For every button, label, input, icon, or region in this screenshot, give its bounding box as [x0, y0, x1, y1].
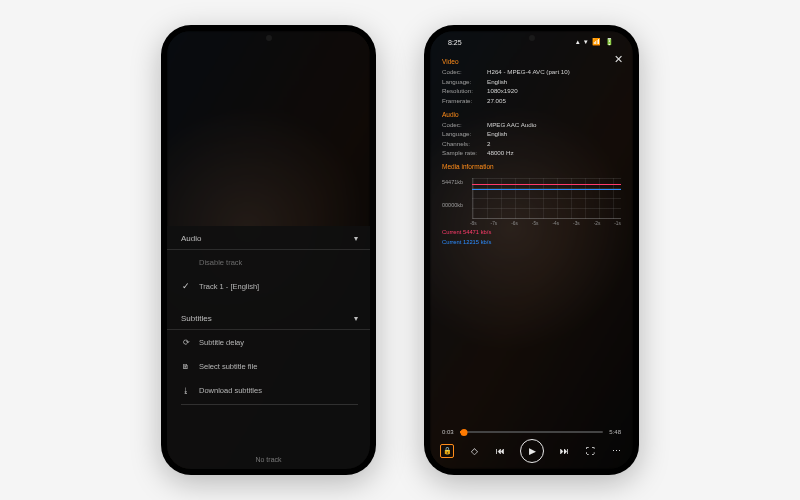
time-duration: 5:48 [609, 429, 621, 435]
lock-icon[interactable]: 🔒 [440, 444, 454, 458]
select-subtitle-file-row[interactable]: 🗎 Select subtitle file [167, 354, 370, 378]
audio-codec-row: Codec:MPEG AAC Audio [442, 120, 621, 130]
x-axis-ticks: -8s-7s-6s-5s-4s-3s-2s-1s [470, 220, 621, 227]
file-icon: 🗎 [181, 361, 191, 371]
video-resolution-row: Resolution:1080x1920 [442, 86, 621, 96]
y-axis-labels: 54471kb 00000kb [442, 178, 463, 223]
download-subtitles-row[interactable]: ⭳ Download subtitles [167, 378, 370, 402]
spacer-icon [181, 257, 191, 267]
chevron-down-icon [354, 314, 358, 323]
seek-bar-row: 0:03 5:48 [442, 429, 621, 435]
rotate-icon[interactable]: ◇ [468, 445, 480, 457]
download-subtitles-label: Download subtitles [199, 386, 262, 395]
subtitle-delay-row[interactable]: ⟳ Subtitle delay [167, 330, 370, 354]
subtitle-delay-label: Subtitle delay [199, 338, 244, 347]
tracks-panel: Audio Disable track Track 1 - [English] … [167, 226, 370, 469]
disable-track-label: Disable track [199, 258, 242, 267]
screen: Audio Disable track Track 1 - [English] … [167, 31, 370, 469]
video-codec-row: Codec:H264 - MPEG-4 AVC (part 10) [442, 67, 621, 77]
disable-track-row[interactable]: Disable track [167, 250, 370, 274]
time-current: 0:03 [442, 429, 454, 435]
download-icon: ⭳ [181, 385, 191, 395]
audio-section-header[interactable]: Audio [167, 226, 370, 250]
status-icons: ▴ ▾ 📶 🔋 [576, 38, 615, 46]
video-framerate-row: Framerate:27.005 [442, 96, 621, 106]
video-heading: Video [442, 57, 621, 67]
divider [181, 404, 358, 405]
check-icon [181, 281, 191, 291]
status-bar: 8:25 ▴ ▾ 📶 🔋 [430, 35, 633, 49]
no-track-label: No track [167, 456, 370, 463]
status-time: 8:25 [448, 39, 462, 46]
chart-heading: Media information [442, 162, 621, 172]
audio-track-1-row[interactable]: Track 1 - [English] [167, 274, 370, 298]
skip-next-icon[interactable]: ⏭ [559, 445, 571, 457]
current-video-bitrate: Current 54471 kb/s [442, 228, 491, 237]
seek-thumb[interactable] [460, 429, 467, 436]
current-bitrate-values: Current 54471 kb/s Current 12215 kb/s [442, 228, 491, 247]
audio-heading: Audio [442, 110, 621, 120]
y-max: 54471kb [442, 178, 463, 187]
video-language-row: Language:English [442, 77, 621, 87]
audio-channels-row: Channels:2 [442, 139, 621, 149]
chart-grid [472, 178, 621, 219]
audio-header-label: Audio [181, 234, 201, 243]
play-button[interactable]: ▶ [520, 439, 544, 463]
phone-right: 8:25 ▴ ▾ 📶 🔋 ✕ Video Codec:H264 - MPEG-4… [424, 25, 639, 475]
bitrate-chart: 54471kb 00000kb -8s-7s-6s-5s-4s-3s-2s-1s… [442, 178, 621, 234]
media-info-panel: ✕ Video Codec:H264 - MPEG-4 AVC (part 10… [442, 53, 621, 234]
subtitles-header-label: Subtitles [181, 314, 212, 323]
chevron-down-icon [354, 234, 358, 243]
select-subtitle-file-label: Select subtitle file [199, 362, 257, 371]
audio-samplerate-row: Sample rate:48000 Hz [442, 148, 621, 158]
audio-language-row: Language:English [442, 129, 621, 139]
playback-controls: 🔒 ◇ ⏮ ▶ ⏭ ⛶ ⋯ [440, 439, 623, 463]
more-icon[interactable]: ⋯ [611, 445, 623, 457]
phone-left: Audio Disable track Track 1 - [English] … [161, 25, 376, 475]
current-audio-bitrate: Current 12215 kb/s [442, 238, 491, 247]
skip-previous-icon[interactable]: ⏮ [494, 445, 506, 457]
audio-track-1-label: Track 1 - [English] [199, 282, 259, 291]
aspect-ratio-icon[interactable]: ⛶ [585, 445, 597, 457]
y-min: 00000kb [442, 201, 463, 210]
seek-bar[interactable] [460, 431, 604, 433]
clock-icon: ⟳ [181, 337, 191, 347]
close-icon[interactable]: ✕ [614, 51, 623, 68]
screen: 8:25 ▴ ▾ 📶 🔋 ✕ Video Codec:H264 - MPEG-4… [430, 31, 633, 469]
subtitles-section-header[interactable]: Subtitles [167, 306, 370, 330]
